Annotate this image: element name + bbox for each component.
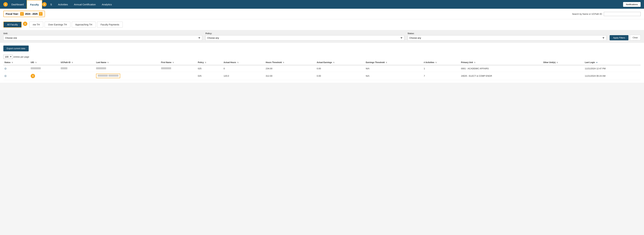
- cell-actual-earnings: 0.00: [316, 65, 365, 72]
- search-input[interactable]: [604, 12, 641, 16]
- col-ucpath-id[interactable]: UCPath ID ⇅: [60, 60, 95, 65]
- cell-last-login: 11/21/2024 12:47 PM: [584, 65, 641, 72]
- cell-last-name: [95, 72, 160, 80]
- cell-policy: 025: [197, 72, 222, 80]
- unit-filter-select[interactable]: Choose one: [3, 35, 202, 40]
- cell-uid: 4: [30, 72, 60, 80]
- table-row: ⊙ 025 0 234.00 0.00 N/A 1 0001 - ACADEMI…: [3, 65, 641, 72]
- cell-status: ⊙: [3, 65, 30, 72]
- status-icon: ⊙: [4, 67, 6, 70]
- unit-filter-group: Unit: Choose one: [3, 32, 202, 40]
- table-row: ⊙ 4 025 120.0 312.00 0.00 N/A 7 24025 - …: [3, 72, 641, 80]
- tab-approaching-th[interactable]: Approaching TH: [72, 21, 96, 28]
- cell-last-login: 11/21/2024 06:24 AM: [584, 72, 641, 80]
- col-primary-unit[interactable]: Primary Unit ⇅: [460, 60, 542, 65]
- search-label: Search by Name or UCPath ID:: [572, 13, 602, 15]
- cell-actual-hours: 0: [222, 65, 265, 72]
- nav-annual-certification[interactable]: Annual Certification: [71, 0, 99, 9]
- fiscal-year-label: Fiscal Year:: [6, 12, 19, 15]
- col-actual-hours[interactable]: Actual Hours ⇅: [222, 60, 265, 65]
- col-hours-threshold[interactable]: Hours Threshold ⇅: [265, 60, 316, 65]
- col-other-units[interactable]: Other Unit(s) ⇅: [542, 60, 584, 65]
- per-page-area: 10 25 50 100 entries per page: [3, 55, 641, 59]
- status-filter-group: Status: Choose any: [408, 32, 606, 40]
- cell-last-name: [95, 65, 160, 72]
- filter-actions: Apply Filters Clear: [610, 35, 641, 40]
- cell-policy: 025: [197, 65, 222, 72]
- nav-dashboard[interactable]: Dashboard: [8, 0, 27, 9]
- cell-primary-unit: 24025 - ELECT & COMP ENGR: [460, 72, 542, 80]
- badge-4: 4: [31, 74, 35, 78]
- fiscal-year-value: 2024 - 2025: [25, 12, 38, 15]
- tabs-area: All Faculty 3 me TH Over Earnings TH App…: [0, 19, 644, 30]
- nav-faculty[interactable]: Faculty: [27, 0, 42, 9]
- badge-3: 3: [23, 21, 27, 26]
- col-earnings-threshold[interactable]: Earnings Threshold ⇅: [365, 60, 423, 65]
- tab-all-faculty[interactable]: All Faculty: [3, 21, 22, 28]
- col-first-name[interactable]: First Name ⇅: [160, 60, 197, 65]
- notifications-button[interactable]: Notifications: [623, 2, 641, 7]
- fiscal-year-box: Fiscal Year: < 2024 - 2025 >: [3, 11, 45, 17]
- col-policy[interactable]: Policy ⇅: [197, 60, 222, 65]
- export-button[interactable]: Export current data: [3, 45, 29, 51]
- cell-uid: [30, 65, 60, 72]
- badge-2: 2: [42, 2, 46, 6]
- cell-ucpath-id: [60, 65, 95, 72]
- search-area: Search by Name or UCPath ID:: [572, 12, 641, 16]
- filters-bar: Unit: Choose one Policy: Choose any Stat…: [0, 30, 644, 43]
- col-uid[interactable]: UID ⇅: [30, 60, 60, 65]
- top-bar: Fiscal Year: < 2024 - 2025 > Search by N…: [0, 9, 644, 19]
- nav-s[interactable]: S: [47, 0, 55, 9]
- col-last-name[interactable]: Last Name ⇅: [95, 60, 160, 65]
- highlighted-name-cell: [96, 74, 120, 78]
- clear-filters-button[interactable]: Clear: [630, 35, 641, 40]
- cell-first-name: [160, 72, 197, 80]
- col-last-login[interactable]: Last Login ▼: [584, 60, 641, 65]
- nav-activities[interactable]: Activities: [55, 0, 71, 9]
- cell-hours-threshold: 312.00: [265, 72, 316, 80]
- main-content: Export current data 10 25 50 100 entries…: [0, 43, 644, 83]
- cell-hours-threshold: 234.00: [265, 65, 316, 72]
- status-filter-label: Status:: [408, 32, 606, 35]
- cell-num-activities: 1: [423, 65, 460, 72]
- fiscal-year-next-button[interactable]: >: [39, 12, 42, 16]
- cell-other-units: [542, 65, 584, 72]
- navbar: 1 Dashboard Faculty 2 S Activities Annua…: [0, 0, 644, 9]
- tab-over-earnings-th[interactable]: Over Earnings TH: [44, 21, 70, 28]
- cell-actual-hours: 120.0: [222, 72, 265, 80]
- cell-earnings-threshold: N/A: [365, 65, 423, 72]
- badge-1: 1: [3, 2, 8, 6]
- policy-filter-select[interactable]: Choose any: [206, 35, 404, 40]
- policy-filter-label: Policy:: [206, 32, 404, 35]
- col-num-activities[interactable]: # Activities ⇅: [423, 60, 460, 65]
- fiscal-year-prev-button[interactable]: <: [20, 12, 24, 16]
- cell-num-activities: 7: [423, 72, 460, 80]
- policy-filter-group: Policy: Choose any: [206, 32, 404, 40]
- cell-actual-earnings: 0.00: [316, 72, 365, 80]
- per-page-label: entries per page: [14, 56, 29, 58]
- status-icon: ⊙: [4, 74, 6, 77]
- tab-faculty-payments[interactable]: Faculty Payments: [97, 21, 123, 28]
- data-table: Status ⇅ UID ⇅ UCPath ID ⇅ Last Name ⇅ F…: [3, 60, 641, 80]
- cell-earnings-threshold: N/A: [365, 72, 423, 80]
- per-page-select[interactable]: 10 25 50 100: [3, 55, 13, 59]
- cell-first-name: [160, 65, 197, 72]
- tab-income-th[interactable]: me TH: [29, 21, 44, 28]
- cell-status: ⊙: [3, 72, 30, 80]
- cell-other-units: [542, 72, 584, 80]
- col-actual-earnings[interactable]: Actual Earnings ⇅: [316, 60, 365, 65]
- col-status[interactable]: Status ⇅: [3, 60, 30, 65]
- unit-filter-label: Unit:: [3, 32, 202, 35]
- cell-primary-unit: 0001 - ACADEMIC AFFAIRS: [460, 65, 542, 72]
- apply-filters-button[interactable]: Apply Filters: [610, 35, 628, 40]
- nav-analytics[interactable]: Analytics: [99, 0, 115, 9]
- status-filter-select[interactable]: Choose any: [408, 35, 606, 40]
- cell-ucpath-id: [60, 72, 95, 80]
